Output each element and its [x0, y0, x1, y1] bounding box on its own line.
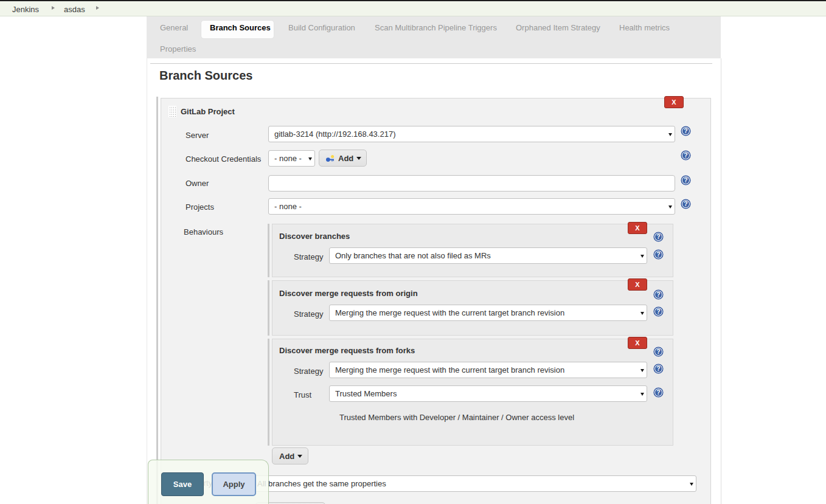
svg-text:?: ?: [656, 233, 660, 240]
svg-text:?: ?: [684, 151, 687, 159]
svg-text:?: ?: [656, 365, 660, 372]
svg-text:?: ?: [656, 308, 660, 315]
svg-text:?: ?: [684, 127, 687, 134]
svg-text:?: ?: [656, 348, 660, 355]
svg-text:?: ?: [684, 176, 687, 184]
svg-text:?: ?: [656, 291, 660, 298]
svg-text:?: ?: [684, 200, 687, 207]
svg-text:?: ?: [656, 388, 660, 396]
svg-text:?: ?: [656, 250, 660, 258]
